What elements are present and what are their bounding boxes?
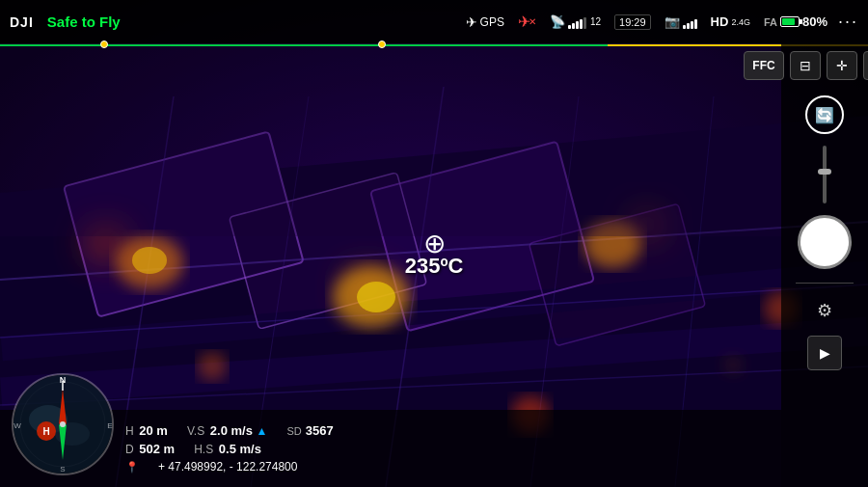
right-panel: FFC ⊟ ✛ MSX 🔄 ⚙ ▶ xyxy=(781,43,868,487)
sd-indicator: SD 3567 xyxy=(286,423,333,438)
video-icon: 📷 xyxy=(665,14,680,29)
playback-icon: ▶ xyxy=(820,345,830,361)
signal-bar-5 xyxy=(583,17,586,29)
settings-icon: ⚙ xyxy=(817,300,832,321)
separator xyxy=(796,283,854,284)
vspeed-indicator: V.S 2.0 m/s ▲ xyxy=(187,423,267,438)
rc-signal: 📡 12 xyxy=(550,14,601,29)
top-bar: DJI Safe to Fly ✈ GPS ✈ ✕ 📡 12 19:29 📷 xyxy=(0,0,868,43)
bottom-info-bar: H 20 m V.S 2.0 m/s ▲ SD 3567 D 502 m H.S… xyxy=(0,410,781,487)
hd-label: HD 2.4G xyxy=(711,14,750,29)
dji-logo: DJI xyxy=(10,14,34,30)
progress-dot-right xyxy=(378,41,386,48)
msx-button[interactable]: MSX xyxy=(863,51,868,80)
rc-icon: 📡 xyxy=(550,14,565,29)
tune-icon: ⊟ xyxy=(800,58,811,73)
svg-text:H: H xyxy=(42,426,49,437)
hd-freq: 2.4G xyxy=(731,17,750,27)
gps-pin-icon: 📍 xyxy=(125,461,139,473)
gps-coordinates: + 47.498992, - 122.274800 xyxy=(158,460,297,473)
zoom-slider[interactable] xyxy=(823,146,827,203)
hspeed-label: H.S xyxy=(194,443,213,456)
battery-icon xyxy=(780,16,800,27)
telemetry-row-2: D 502 m H.S 0.5 m/s xyxy=(125,442,770,456)
battery-label-icon: FA xyxy=(764,16,777,28)
connection-warning: ✈ ✕ xyxy=(518,13,536,31)
altitude-h-label: H xyxy=(125,424,134,438)
signal-bar-3 xyxy=(576,21,579,29)
battery-fill xyxy=(782,18,796,25)
crosshair-button[interactable]: ✛ xyxy=(827,51,857,80)
sd-value: 3567 xyxy=(306,423,334,438)
vspeed-value: 2.0 m/s xyxy=(210,423,253,438)
gps-drone-icon: ✈ xyxy=(466,14,477,30)
settings-button[interactable]: ⚙ xyxy=(807,293,842,328)
signal-bars xyxy=(568,15,586,29)
svg-point-50 xyxy=(60,421,66,427)
sd-icon: SD xyxy=(286,425,301,437)
vspeed-arrow: ▲ xyxy=(257,424,268,438)
signal-bar-2 xyxy=(572,23,575,29)
camera-switch-button[interactable]: 🔄 xyxy=(805,95,844,134)
vspeed-label: V.S xyxy=(187,424,204,438)
telemetry-row-1: H 20 m V.S 2.0 m/s ▲ SD 3567 xyxy=(125,423,770,438)
flight-progress-bar xyxy=(0,43,868,47)
svg-text:E: E xyxy=(107,421,112,430)
timer-value: 19:29 xyxy=(619,16,646,28)
zoom-slider-area xyxy=(823,146,827,203)
playback-button[interactable]: ▶ xyxy=(807,336,842,370)
distance-label: D xyxy=(125,443,134,456)
warning-x-icon: ✕ xyxy=(529,16,536,27)
svg-text:W: W xyxy=(14,421,21,430)
altitude-value: 20 m xyxy=(139,423,168,438)
compass-container: N S W E H xyxy=(10,371,116,477)
distance-value: 502 m xyxy=(139,442,175,456)
flight-timer: 19:29 xyxy=(614,14,651,30)
svg-text:S: S xyxy=(60,465,65,473)
timer-display: 19:29 xyxy=(614,14,651,30)
progress-dot-left xyxy=(100,41,108,48)
vsig-bar-1 xyxy=(683,25,686,29)
battery-percent: 80% xyxy=(802,14,827,29)
battery-indicator: FA 80% xyxy=(764,14,827,29)
vsig-bar-3 xyxy=(691,21,693,29)
ffc-button[interactable]: FFC xyxy=(744,51,783,80)
hspeed-indicator: H.S 0.5 m/s xyxy=(194,442,261,456)
distance-indicator: D 502 m xyxy=(125,442,175,456)
progress-green xyxy=(0,44,608,46)
signal-bar-4 xyxy=(580,19,583,29)
hspeed-value: 0.5 m/s xyxy=(219,442,261,456)
safe-to-fly-status: Safe to Fly xyxy=(47,14,121,30)
gps-status: ✈ GPS xyxy=(466,14,504,30)
video-signal-bars xyxy=(683,15,697,29)
crosshair-icon: ✛ xyxy=(836,58,848,73)
vsig-bar-4 xyxy=(694,19,697,29)
gps-label: GPS xyxy=(480,15,504,29)
more-button[interactable]: ··· xyxy=(838,12,858,32)
hd-text: HD xyxy=(711,14,729,29)
signal-bar-1 xyxy=(568,25,571,29)
signal-count: 12 xyxy=(590,16,601,27)
camera-switch-icon: 🔄 xyxy=(815,106,834,124)
telemetry-row-3: 📍 + 47.498992, - 122.274800 xyxy=(125,460,770,473)
vsig-bar-2 xyxy=(687,23,690,29)
tune-button[interactable]: ⊟ xyxy=(790,51,821,80)
video-signal: 📷 xyxy=(665,14,697,29)
record-button[interactable] xyxy=(798,215,852,269)
zoom-slider-thumb xyxy=(818,169,831,175)
altitude-label: H 20 m xyxy=(125,423,168,438)
camera-mode-buttons: FFC ⊟ ✛ MSX xyxy=(744,51,868,80)
